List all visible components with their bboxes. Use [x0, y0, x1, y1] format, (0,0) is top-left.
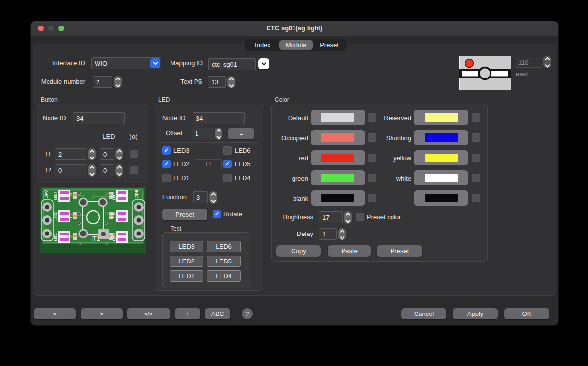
led2-checkbox[interactable]: [162, 160, 171, 168]
paste-button[interactable]: Paste: [328, 245, 371, 257]
button-t2-stepper[interactable]: [88, 164, 96, 177]
color-extra-checkbox[interactable]: [472, 194, 480, 202]
button-sym-column-header: )o(: [125, 133, 142, 140]
led3-checkbox[interactable]: [162, 146, 171, 155]
color-shunting-checkbox[interactable]: [472, 133, 480, 142]
app-window: CTC sg01(sg light) Index Module Preset I…: [30, 21, 559, 326]
color-blank-well[interactable]: [311, 190, 365, 206]
function-stepper[interactable]: [209, 191, 217, 204]
ok-button[interactable]: OK: [504, 308, 549, 319]
led-preset-button[interactable]: Preset: [162, 209, 207, 220]
code-button[interactable]: </>: [127, 308, 170, 319]
button-t2-led-field[interactable]: 0: [100, 164, 114, 176]
preset-color-checkbox[interactable]: [356, 213, 364, 221]
pcb-label-jp7: JP7: [44, 190, 49, 198]
function-field[interactable]: 3: [193, 191, 208, 203]
delay-stepper[interactable]: [338, 228, 346, 240]
button-row-t2-label: T2: [44, 166, 51, 174]
button-t1-stepper[interactable]: [88, 148, 96, 160]
test-led1-button[interactable]: LED1: [170, 270, 203, 282]
color-reserved-well[interactable]: [414, 110, 468, 125]
mapping-id-field[interactable]: ctc_sg01: [208, 58, 256, 70]
led6-checkbox-label: LED6: [235, 147, 251, 154]
interface-id-dropdown-button[interactable]: [150, 58, 160, 68]
led6-checkbox[interactable]: [223, 146, 232, 155]
color-yellow-swatch: [425, 154, 458, 162]
color-white-checkbox[interactable]: [472, 174, 480, 182]
pcb-label-t1: T1: [93, 235, 100, 242]
led-offset-stepper[interactable]: [215, 128, 222, 140]
brightness-field[interactable]: 17: [319, 211, 343, 223]
help-button[interactable]: ?: [242, 308, 253, 319]
test-led3-button[interactable]: LED3: [170, 241, 203, 252]
color-reserved-checkbox[interactable]: [472, 113, 480, 122]
cancel-button[interactable]: Cancel: [401, 308, 446, 319]
text-ps-field[interactable]: 13: [208, 76, 226, 88]
function-value: 3: [196, 194, 200, 201]
button-t1-value-field[interactable]: 2: [55, 148, 86, 160]
button-led-column-header: LED: [97, 133, 121, 140]
test-led6-button[interactable]: LED6: [207, 241, 241, 252]
color-shunting-well[interactable]: [414, 130, 468, 145]
next-button[interactable]: >: [81, 308, 123, 319]
pcb-label-jp8: JP8: [134, 190, 139, 198]
pcb-label-led1: LED1: [54, 233, 57, 241]
pcb-label-c2: C2: [69, 213, 73, 218]
led-node-id-value: 34: [196, 115, 203, 122]
color-extra-well[interactable]: [414, 190, 468, 206]
button-t2-checkbox[interactable]: [130, 166, 138, 174]
tab-bar: Index Module Preset: [245, 39, 347, 51]
pcb-preview-image: JP7 JP8 LED3 LED2 LED1 LED6 LED5 LED4 C3…: [40, 187, 146, 253]
apply-button[interactable]: Apply: [453, 308, 498, 319]
test-led2-button[interactable]: LED2: [170, 256, 203, 267]
brightness-stepper[interactable]: [344, 211, 352, 224]
color-white-well[interactable]: [414, 170, 468, 185]
color-shunting-label: Shunting: [330, 134, 411, 142]
button-t1-led-stepper[interactable]: [115, 148, 123, 160]
color-shunting-swatch: [425, 133, 458, 142]
module-number-field[interactable]: 2: [93, 76, 112, 88]
delay-field[interactable]: 1: [319, 228, 337, 240]
rotate-checkbox[interactable]: [213, 210, 221, 218]
prev-button[interactable]: <: [34, 308, 76, 319]
text-ps-stepper[interactable]: [227, 76, 235, 88]
color-blank-swatch: [321, 194, 354, 202]
signal-number-stepper[interactable]: [543, 56, 551, 68]
color-preset-button[interactable]: Preset: [377, 245, 422, 257]
signal-number-value: 116: [518, 59, 529, 66]
button-t1-checkbox[interactable]: [130, 150, 138, 158]
color-yellow-checkbox[interactable]: [472, 154, 480, 162]
color-yellow-well[interactable]: [414, 150, 468, 165]
tab-module[interactable]: Module: [279, 40, 313, 50]
text-ps-value: 13: [211, 78, 218, 86]
button-t2-led-stepper[interactable]: [115, 164, 123, 177]
pcb-label-led3: LED3: [54, 191, 57, 200]
tab-preset[interactable]: Preset: [313, 40, 346, 50]
signal-number-field: 116: [515, 57, 542, 68]
button-t1-led-value: 0: [103, 151, 107, 158]
test-led4-button[interactable]: LED4: [207, 270, 241, 282]
tab-index[interactable]: Index: [246, 40, 279, 50]
button-t1-led-field[interactable]: 0: [100, 148, 114, 160]
color-default-label: Default: [229, 114, 308, 122]
abc-button[interactable]: ABC: [205, 308, 230, 319]
module-number-stepper[interactable]: [114, 76, 122, 88]
chevron-down-icon: [153, 60, 158, 65]
copy-button[interactable]: Copy: [276, 245, 321, 257]
button-t2-value-field[interactable]: 0: [55, 164, 86, 176]
button-node-id-field[interactable]: 34: [73, 112, 125, 124]
color-white-swatch: [425, 174, 458, 182]
interface-id-value: WIO: [95, 60, 107, 67]
add-button[interactable]: +: [175, 308, 200, 319]
chevron-down-icon: [261, 61, 266, 66]
color-white-label: white: [330, 175, 411, 182]
color-blank-checkbox[interactable]: [368, 194, 376, 202]
color-occupied-label: Occupied: [229, 134, 308, 142]
titlebar[interactable]: CTC sg01(sg light): [31, 21, 558, 36]
mapping-id-dropdown-button[interactable]: [258, 58, 269, 69]
led-offset-field[interactable]: 1: [192, 128, 213, 139]
brightness-value: 17: [322, 214, 329, 221]
test-led5-button[interactable]: LED5: [207, 256, 241, 267]
preset-color-label: Preset color: [367, 213, 401, 221]
led1-checkbox[interactable]: [162, 174, 171, 182]
